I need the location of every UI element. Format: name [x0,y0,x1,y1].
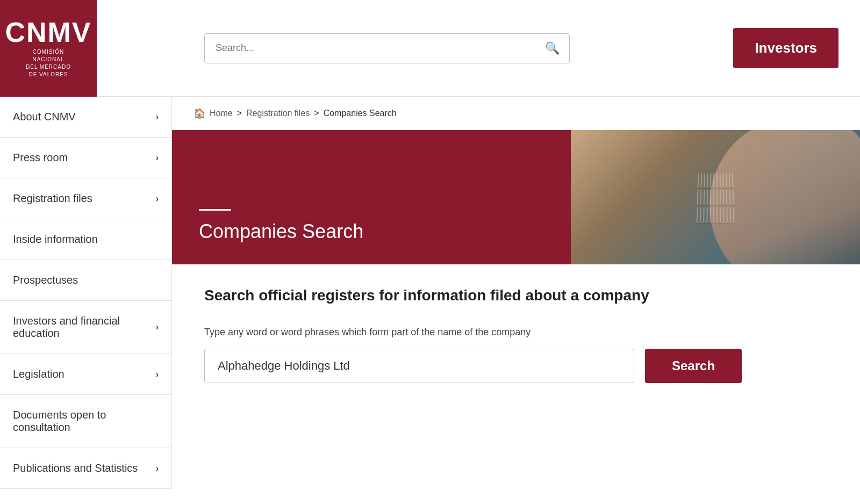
breadcrumb-sep2: > [314,109,319,118]
search-bar: 🔍 [204,33,570,63]
banner-title: Companies Search [199,220,558,243]
key [716,190,718,205]
sidebar-item-prospectuses[interactable]: Prospectuses [0,260,171,301]
key [732,174,734,188]
sidebar-label: Press room [13,152,68,164]
sidebar-label: Legislation [13,368,64,380]
form-title: Search official registers for informatio… [204,286,828,305]
key [726,174,727,188]
key [723,207,724,223]
breadcrumb: 🏠 Home > Registration files > Companies … [172,97,860,130]
sidebar-item-documents-open[interactable]: Documents open to consultation [0,395,171,448]
logo: CNMV Comisión Nacional del Mercado de Va… [0,0,97,97]
sidebar-item-investors-financial-education[interactable]: Investors and financial education › [0,301,171,354]
key [701,174,703,188]
search-icon-button[interactable]: 🔍 [535,41,569,55]
chevron-right-icon: › [156,153,159,163]
key [707,174,708,188]
key [713,190,714,205]
key [729,174,730,188]
breadcrumb-home[interactable]: Home [210,109,233,118]
search-input[interactable] [205,42,535,54]
key [713,174,714,188]
company-name-input[interactable] [204,349,634,383]
key [703,207,705,223]
sidebar-label: Registration files [13,192,92,205]
key [720,190,721,205]
key [726,190,728,205]
key [730,207,732,223]
sidebar-item-press-room[interactable]: Press room › [0,138,171,178]
form-row: Search [204,349,828,383]
sidebar-item-legislation[interactable]: Legislation › [0,354,171,395]
key [710,190,711,205]
sidebar-label: Publications and Statistics [13,462,138,474]
keyboard-visual [685,164,747,234]
chevron-right-icon: › [156,370,159,379]
page-banner: Companies Search [172,130,860,264]
key [733,207,735,223]
breadcrumb-registration-files[interactable]: Registration files [246,109,310,118]
sidebar-item-registration-files[interactable]: Registration files › [0,178,171,219]
sidebar-label: Investors and financial education [13,315,156,340]
key [723,174,724,188]
form-section: Search official registers for informatio… [172,264,860,405]
key [710,207,711,223]
key [698,174,699,188]
sidebar-item-publications-statistics[interactable]: Publications and Statistics › [0,448,171,489]
key [713,207,714,223]
chevron-right-icon: › [156,322,159,332]
form-label: Type any word or word phrases which form… [204,327,828,338]
search-bar-container: 🔍 [204,33,570,63]
key [729,190,731,205]
logo-subtitle: Comisión Nacional del Mercado de Valores [26,48,71,78]
banner-decorative-line [199,209,231,211]
sidebar: About CNMV › Press room › Registration f… [0,97,172,489]
key [697,207,698,223]
key [707,190,708,205]
investors-button[interactable]: Investors [733,28,838,68]
key [704,174,705,188]
key [727,207,728,223]
home-icon: 🏠 [194,107,205,119]
key [697,190,699,205]
chevron-right-icon: › [156,112,159,122]
banner-right-image [571,130,860,264]
chevron-right-icon: › [156,464,159,473]
key [704,190,705,205]
sidebar-item-inside-information[interactable]: Inside information [0,219,171,260]
key [720,174,721,188]
sidebar-label: Inside information [13,233,98,246]
key [733,190,734,205]
breadcrumb-sep1: > [237,109,242,118]
key [707,207,708,223]
key [700,190,702,205]
key [710,174,711,188]
key [720,207,721,223]
sidebar-label: Documents open to consultation [13,409,159,434]
key [700,207,701,223]
key [716,174,718,188]
key [723,190,724,205]
content-area: 🏠 Home > Registration files > Companies … [172,97,860,489]
search-button[interactable]: Search [645,349,742,383]
sidebar-label: Prospectuses [13,274,78,286]
header: CNMV Comisión Nacional del Mercado de Va… [0,0,860,97]
sidebar-item-about-cnmv[interactable]: About CNMV › [0,97,171,138]
logo-brand: CNMV [5,18,91,46]
main-layout: About CNMV › Press room › Registration f… [0,97,860,489]
banner-left: Companies Search [172,130,585,264]
sidebar-label: About CNMV [13,111,76,123]
chevron-right-icon: › [156,194,159,204]
key [716,207,718,223]
breadcrumb-current: Companies Search [324,109,397,118]
